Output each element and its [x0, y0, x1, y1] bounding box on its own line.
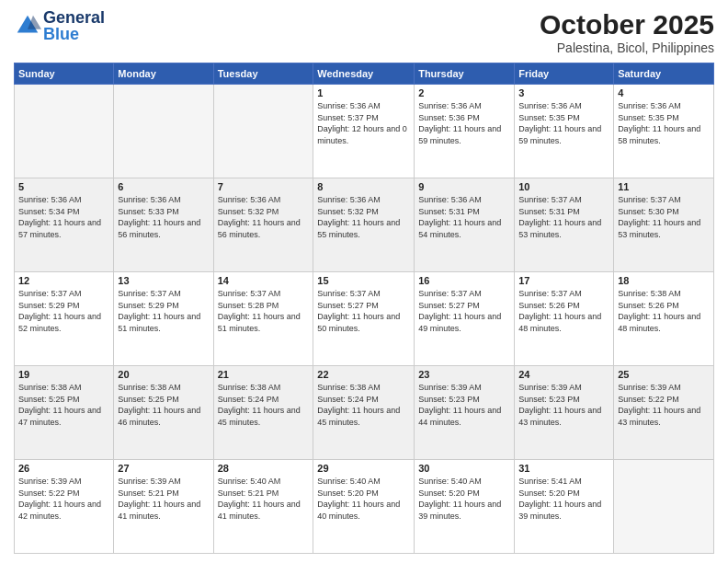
day-info: Sunrise: 5:38 AMSunset: 5:24 PMDaylight:… [317, 382, 410, 428]
calendar-week: 26Sunrise: 5:39 AMSunset: 5:22 PMDayligh… [15, 460, 714, 554]
calendar-day: 8Sunrise: 5:36 AMSunset: 5:32 PMDaylight… [313, 178, 415, 272]
calendar-day: 23Sunrise: 5:39 AMSunset: 5:23 PMDayligh… [415, 366, 515, 460]
weekday-header: Wednesday [313, 63, 415, 85]
day-info: Sunrise: 5:36 AMSunset: 5:36 PMDaylight:… [418, 100, 510, 146]
day-number: 16 [418, 275, 510, 286]
calendar-day: 21Sunrise: 5:38 AMSunset: 5:24 PMDayligh… [213, 366, 313, 460]
calendar-day: 16Sunrise: 5:37 AMSunset: 5:27 PMDayligh… [415, 272, 515, 366]
day-number: 6 [118, 181, 209, 192]
day-info: Sunrise: 5:38 AMSunset: 5:24 PMDaylight:… [218, 382, 310, 428]
calendar-day: 17Sunrise: 5:37 AMSunset: 5:26 PMDayligh… [515, 272, 614, 366]
calendar-day: 3Sunrise: 5:36 AMSunset: 5:35 PMDaylight… [515, 85, 614, 178]
day-info: Sunrise: 5:37 AMSunset: 5:27 PMDaylight:… [317, 288, 410, 334]
calendar-day: 5Sunrise: 5:36 AMSunset: 5:34 PMDaylight… [15, 178, 114, 272]
calendar-day [114, 85, 213, 178]
calendar-day: 6Sunrise: 5:36 AMSunset: 5:33 PMDaylight… [114, 178, 213, 272]
day-number: 4 [618, 87, 710, 98]
day-number: 2 [418, 87, 510, 98]
day-info: Sunrise: 5:37 AMSunset: 5:31 PMDaylight:… [518, 194, 609, 240]
day-info: Sunrise: 5:36 AMSunset: 5:34 PMDaylight:… [18, 194, 109, 240]
calendar-day: 31Sunrise: 5:41 AMSunset: 5:20 PMDayligh… [515, 460, 614, 554]
weekday-header: Saturday [614, 63, 714, 85]
calendar-day: 29Sunrise: 5:40 AMSunset: 5:20 PMDayligh… [313, 460, 415, 554]
day-number: 13 [118, 275, 209, 286]
calendar-day: 9Sunrise: 5:36 AMSunset: 5:31 PMDaylight… [415, 178, 515, 272]
calendar-day: 24Sunrise: 5:39 AMSunset: 5:23 PMDayligh… [515, 366, 614, 460]
day-number: 1 [317, 87, 410, 98]
day-number: 26 [18, 463, 109, 474]
calendar-day [614, 460, 714, 554]
day-info: Sunrise: 5:36 AMSunset: 5:37 PMDaylight:… [317, 100, 410, 146]
day-number: 18 [618, 275, 710, 286]
calendar-day: 18Sunrise: 5:38 AMSunset: 5:26 PMDayligh… [614, 272, 714, 366]
calendar-day [15, 85, 114, 178]
calendar-day [213, 85, 313, 178]
day-info: Sunrise: 5:37 AMSunset: 5:29 PMDaylight:… [18, 288, 109, 334]
day-number: 17 [518, 275, 609, 286]
calendar-week: 12Sunrise: 5:37 AMSunset: 5:29 PMDayligh… [15, 272, 714, 366]
day-info: Sunrise: 5:39 AMSunset: 5:23 PMDaylight:… [418, 382, 510, 428]
calendar-day: 28Sunrise: 5:40 AMSunset: 5:21 PMDayligh… [213, 460, 313, 554]
day-number: 28 [218, 463, 310, 474]
day-number: 21 [218, 369, 310, 380]
day-info: Sunrise: 5:38 AMSunset: 5:26 PMDaylight:… [618, 288, 710, 334]
day-number: 23 [418, 369, 510, 380]
day-number: 20 [118, 369, 209, 380]
day-number: 24 [518, 369, 609, 380]
weekday-header: Sunday [15, 63, 114, 85]
calendar-day: 13Sunrise: 5:37 AMSunset: 5:29 PMDayligh… [114, 272, 213, 366]
day-number: 27 [118, 463, 209, 474]
calendar-day: 2Sunrise: 5:36 AMSunset: 5:36 PMDaylight… [415, 85, 515, 178]
day-number: 25 [618, 369, 710, 380]
logo-icon [14, 12, 41, 40]
calendar-day: 22Sunrise: 5:38 AMSunset: 5:24 PMDayligh… [313, 366, 415, 460]
header: General Blue October 2025 Palestina, Bic… [14, 9, 714, 55]
title-area: October 2025 Palestina, Bicol, Philippin… [540, 9, 714, 55]
day-number: 30 [418, 463, 510, 474]
calendar-day: 4Sunrise: 5:36 AMSunset: 5:35 PMDaylight… [614, 85, 714, 178]
day-number: 9 [418, 181, 510, 192]
calendar: SundayMondayTuesdayWednesdayThursdayFrid… [14, 63, 714, 554]
calendar-day: 1Sunrise: 5:36 AMSunset: 5:37 PMDaylight… [313, 85, 415, 178]
day-info: Sunrise: 5:38 AMSunset: 5:25 PMDaylight:… [18, 382, 109, 428]
calendar-week: 1Sunrise: 5:36 AMSunset: 5:37 PMDaylight… [15, 85, 714, 178]
page: General Blue October 2025 Palestina, Bic… [0, 0, 728, 563]
day-number: 19 [18, 369, 109, 380]
calendar-day: 15Sunrise: 5:37 AMSunset: 5:27 PMDayligh… [313, 272, 415, 366]
calendar-day: 7Sunrise: 5:36 AMSunset: 5:32 PMDaylight… [213, 178, 313, 272]
header-row: SundayMondayTuesdayWednesdayThursdayFrid… [15, 63, 714, 85]
logo: General Blue [14, 9, 105, 42]
day-info: Sunrise: 5:37 AMSunset: 5:26 PMDaylight:… [518, 288, 609, 334]
day-info: Sunrise: 5:37 AMSunset: 5:30 PMDaylight:… [618, 194, 710, 240]
day-info: Sunrise: 5:39 AMSunset: 5:23 PMDaylight:… [518, 382, 609, 428]
day-number: 14 [218, 275, 310, 286]
day-number: 3 [518, 87, 609, 98]
calendar-day: 30Sunrise: 5:40 AMSunset: 5:20 PMDayligh… [415, 460, 515, 554]
weekday-header: Friday [515, 63, 614, 85]
day-info: Sunrise: 5:36 AMSunset: 5:35 PMDaylight:… [618, 100, 710, 146]
day-info: Sunrise: 5:36 AMSunset: 5:32 PMDaylight:… [317, 194, 410, 240]
logo-text: General Blue [43, 9, 105, 42]
calendar-day: 20Sunrise: 5:38 AMSunset: 5:25 PMDayligh… [114, 366, 213, 460]
day-info: Sunrise: 5:36 AMSunset: 5:35 PMDaylight:… [518, 100, 609, 146]
day-info: Sunrise: 5:39 AMSunset: 5:21 PMDaylight:… [118, 476, 209, 522]
day-number: 7 [218, 181, 310, 192]
calendar-day: 26Sunrise: 5:39 AMSunset: 5:22 PMDayligh… [15, 460, 114, 554]
day-info: Sunrise: 5:36 AMSunset: 5:32 PMDaylight:… [218, 194, 310, 240]
calendar-day: 11Sunrise: 5:37 AMSunset: 5:30 PMDayligh… [614, 178, 714, 272]
day-info: Sunrise: 5:36 AMSunset: 5:31 PMDaylight:… [418, 194, 510, 240]
day-number: 11 [618, 181, 710, 192]
calendar-day: 27Sunrise: 5:39 AMSunset: 5:21 PMDayligh… [114, 460, 213, 554]
day-number: 29 [317, 463, 410, 474]
day-info: Sunrise: 5:40 AMSunset: 5:21 PMDaylight:… [218, 476, 310, 522]
day-info: Sunrise: 5:36 AMSunset: 5:33 PMDaylight:… [118, 194, 209, 240]
day-info: Sunrise: 5:38 AMSunset: 5:25 PMDaylight:… [118, 382, 209, 428]
calendar-day: 19Sunrise: 5:38 AMSunset: 5:25 PMDayligh… [15, 366, 114, 460]
day-info: Sunrise: 5:37 AMSunset: 5:28 PMDaylight:… [218, 288, 310, 334]
weekday-header: Thursday [415, 63, 515, 85]
day-number: 10 [518, 181, 609, 192]
weekday-header: Monday [114, 63, 213, 85]
month-title: October 2025 [540, 9, 714, 40]
day-info: Sunrise: 5:40 AMSunset: 5:20 PMDaylight:… [418, 476, 510, 522]
calendar-day: 10Sunrise: 5:37 AMSunset: 5:31 PMDayligh… [515, 178, 614, 272]
